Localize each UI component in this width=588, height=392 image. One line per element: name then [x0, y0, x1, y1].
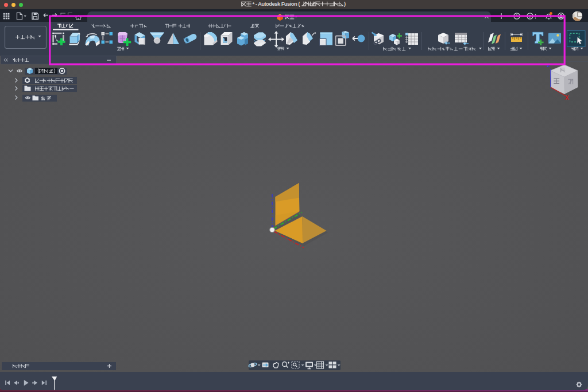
svg-text:* - Autodesk Fusion (: * - Autodesk Fusion ( — [253, 1, 301, 7]
svg-text:X: X — [565, 95, 569, 101]
svg-text:): ) — [344, 1, 346, 7]
